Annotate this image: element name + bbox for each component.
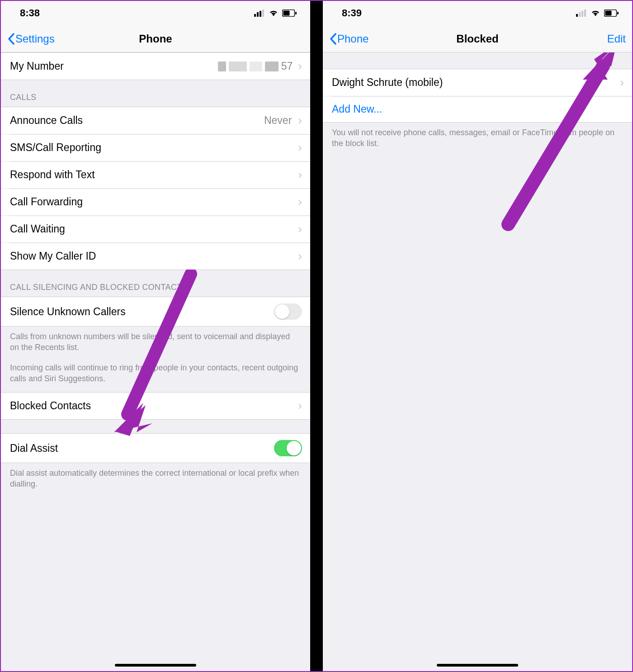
row-announce-calls[interactable]: Announce Calls Never › [1,107,310,134]
chevron-right-icon: › [298,249,302,263]
home-indicator [115,664,196,667]
home-indicator [437,664,518,667]
wifi-icon [590,9,600,17]
chevron-left-icon [329,33,336,45]
cellular-icon [576,9,587,17]
status-bar: 8:38 [1,1,310,25]
my-number-label: My Number [10,60,64,72]
status-time: 8:38 [20,7,40,19]
row-add-new[interactable]: Add New... [323,96,632,122]
svg-rect-6 [295,12,297,14]
battery-icon [604,9,619,17]
my-number-suffix: 57 [281,60,293,72]
svg-rect-2 [260,11,261,17]
svg-rect-1 [257,12,259,17]
section-header-calls: CALLS [1,80,310,107]
row-silence-unknown[interactable]: Silence Unknown Callers [1,297,310,326]
dial-assist-footer: Dial assist automatically determines the… [1,463,310,492]
back-button[interactable]: Settings [7,33,55,45]
chevron-right-icon: › [298,141,302,155]
nav-bar: Settings Phone [1,25,310,52]
content: Dwight Schrute (mobile) › Add New... You… [323,52,632,671]
svg-rect-9 [576,14,578,17]
silence-footer-2: Incoming calls will continue to ring fro… [1,356,310,393]
svg-rect-3 [262,9,264,17]
edit-button[interactable]: Edit [607,33,626,45]
row-call-waiting[interactable]: Call Waiting › [1,215,310,242]
section-header-silencing: CALL SILENCING AND BLOCKED CONTACTS [1,270,310,297]
back-button[interactable]: Phone [329,33,368,45]
chevron-right-icon: › [298,114,302,128]
content: My Number 57 › CALLS Announce Calls Ne [1,52,310,671]
chevron-right-icon: › [298,59,302,73]
row-show-caller-id[interactable]: Show My Caller ID › [1,242,310,270]
nav-title: Blocked [323,33,632,45]
my-number-value-redacted: 57 [218,60,296,72]
chevron-right-icon: › [298,168,302,182]
svg-rect-5 [283,11,290,16]
back-label: Phone [337,33,368,45]
back-label: Settings [15,33,55,45]
wifi-icon [269,9,279,17]
toggle-dial-assist[interactable] [274,440,302,456]
row-sms-call-reporting[interactable]: SMS/Call Reporting › [1,134,310,161]
chevron-right-icon: › [298,222,302,236]
silence-footer-1: Calls from unknown numbers will be silen… [1,327,310,356]
status-icons [576,9,619,17]
blocked-contact-row[interactable]: Dwight Schrute (mobile) › [323,69,632,96]
status-bar: 8:39 [323,1,632,25]
chevron-right-icon: › [620,76,624,90]
status-icons [254,9,297,17]
status-time: 8:39 [342,7,362,19]
battery-icon [282,9,297,17]
svg-rect-10 [579,12,581,17]
blocked-screen: 8:39 Phone Blocked Edit Dwight Schrute (… [323,1,632,671]
svg-rect-14 [605,11,612,16]
nav-bar: Phone Blocked Edit [323,25,632,52]
row-dial-assist[interactable]: Dial Assist [1,434,310,463]
svg-rect-12 [584,9,586,17]
row-my-number[interactable]: My Number 57 › [1,53,310,80]
row-call-forwarding[interactable]: Call Forwarding › [1,188,310,215]
chevron-right-icon: › [298,195,302,209]
row-blocked-contacts[interactable]: Blocked Contacts › [1,393,310,419]
chevron-right-icon: › [298,399,302,413]
cellular-icon [254,9,265,17]
blocked-footer: You will not receive phone calls, messag… [323,123,632,152]
toggle-silence-unknown[interactable] [274,303,302,320]
svg-rect-11 [581,11,583,17]
chevron-left-icon [7,33,14,45]
phone-settings-screen: 8:38 Settings Phone My Number [1,1,310,671]
svg-rect-15 [617,12,619,14]
row-respond-with-text[interactable]: Respond with Text › [1,161,310,188]
svg-rect-0 [254,14,256,17]
